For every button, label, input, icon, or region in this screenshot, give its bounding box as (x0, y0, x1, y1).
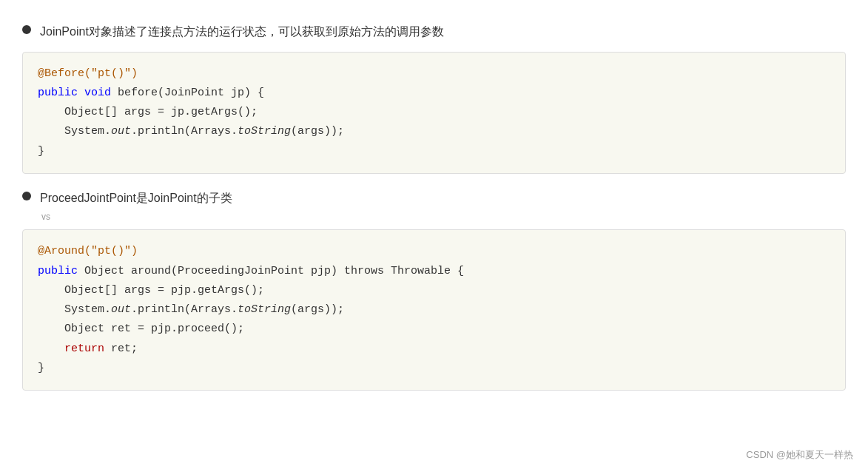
bullet-dot-1 (22, 25, 31, 34)
bullet-item-1: JoinPoint对象描述了连接点方法的运行状态，可以获取到原始方法的调用参数 (22, 22, 846, 41)
code-line-2-7: Object ret = pjp.proceed(); (38, 320, 830, 339)
code-line-2-5: System.out.println(Arrays.toString(args)… (38, 300, 830, 320)
code-line-1-3: Object[] args = jp.getArgs(); (38, 103, 830, 122)
bullet-text-1: JoinPoint对象描述了连接点方法的运行状态，可以获取到原始方法的调用参数 (40, 22, 444, 41)
bullet-text-2: ProceedJointPoint是JoinPoint的子类 (40, 189, 232, 208)
code-line-1-2: public void before(JoinPoint jp) { (38, 84, 830, 103)
code-block-1: @Before("pt()") public void before(JoinP… (22, 52, 846, 174)
code-line-1-7: } (38, 142, 830, 161)
code-line-2-3: Object[] args = pjp.getArgs(); (38, 281, 830, 300)
watermark: CSDN @她和夏天一样热 (746, 448, 853, 462)
sub-note: vs (41, 212, 846, 222)
code-line-1-1: @Before("pt()") (38, 64, 830, 84)
code-line-1-5: System.out.println(Arrays.toString(args)… (38, 122, 830, 141)
code-line-2-11: } (38, 359, 830, 378)
code-block-2: @Around("pt()") public Object around(Pro… (22, 229, 846, 391)
code-line-2-1: @Around("pt()") (38, 242, 830, 261)
bullet-item-2: ProceedJointPoint是JoinPoint的子类 (22, 189, 846, 208)
code-line-2-9: return ret; (38, 340, 830, 359)
page-content: JoinPoint对象描述了连接点方法的运行状态，可以获取到原始方法的调用参数 … (0, 0, 868, 420)
code-line-2-2: public Object around(ProceedingJoinPoint… (38, 262, 830, 281)
bullet-dot-2 (22, 192, 31, 200)
